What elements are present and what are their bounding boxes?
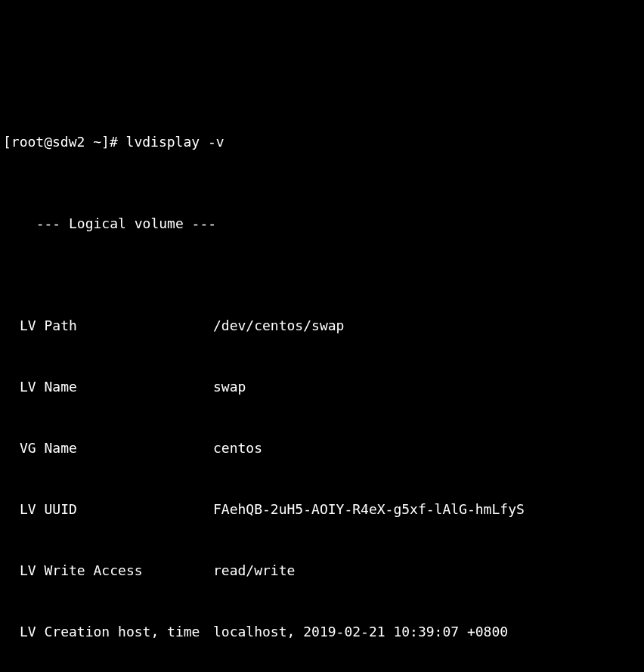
prompt-line: [root@sdw2 ~]# lvdisplay -v [3, 132, 641, 152]
terminal-output[interactable]: [root@sdw2 ~]# clear [root@sdw2 ~]# lvdi… [0, 0, 644, 672]
vg-name-value: centos [213, 438, 262, 458]
lv-name-value: swap [213, 376, 246, 397]
lv-creation-host-time-row: LV Creation host, timelocalhost, 2019-02… [3, 621, 641, 642]
lv-section-header: --- Logical volume --- [3, 213, 641, 234]
lv-name-label: LV Name [3, 376, 213, 397]
shell-prompt: [root@sdw2 ~]# [3, 134, 126, 150]
lv-name-row: LV Nameswap [3, 376, 641, 397]
lv-uuid-label: LV UUID [3, 499, 213, 519]
vg-name-row: VG Namecentos [3, 438, 641, 458]
vg-name-label: VG Name [3, 438, 213, 458]
previous-command-fragment: [root@sdw2 ~]# clear [3, 61, 641, 70]
lv-uuid-value: FAehQB-2uH5-AOIY-R4eX-g5xf-lAlG-hmLfyS [213, 499, 525, 519]
lv-wa-label: LV Write Access [3, 560, 213, 581]
lv-uuid-row: LV UUIDFAehQB-2uH5-AOIY-R4eX-g5xf-lAlG-h… [3, 499, 641, 519]
lv-cht-label: LV Creation host, time [3, 621, 213, 642]
lv-wa-value: read/write [213, 560, 295, 581]
lv-path-label: LV Path [3, 315, 213, 336]
command-entered: lvdisplay -v [126, 134, 224, 150]
lv-cht-value: localhost, 2019-02-21 10:39:07 +0800 [213, 621, 508, 642]
lv-write-access-row: LV Write Accessread/write [3, 560, 641, 581]
lv-path-value: /dev/centos/swap [213, 315, 344, 336]
lv-path-row: LV Path/dev/centos/swap [3, 315, 641, 336]
